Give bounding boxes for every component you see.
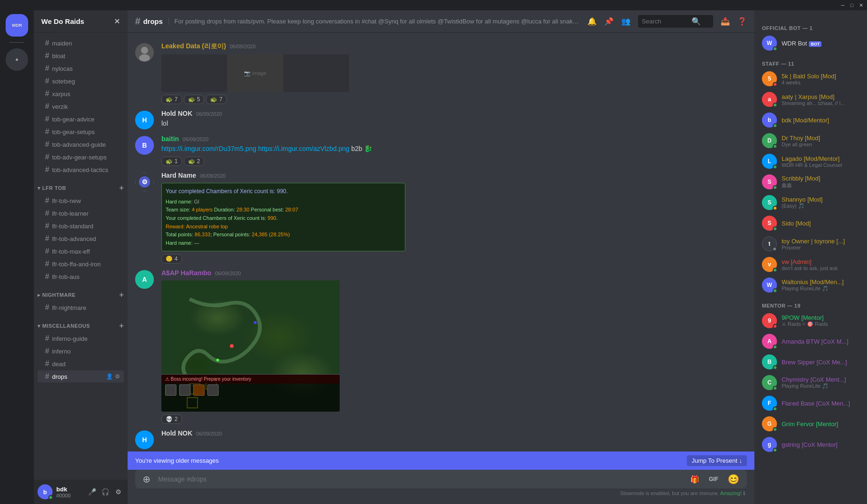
member-info: Lagado [Mod/Mentor] WDR HR & Legal Couns… <box>782 155 842 168</box>
category-miscellaneous[interactable]: ▾ MISCELLANEOUS + <box>34 314 128 332</box>
member-item-gstring[interactable]: g gstring [CoX Mentor] <box>758 434 863 455</box>
member-item-aaty[interactable]: a aaty | Xarpus [Mod] Streaming ah... tz… <box>758 89 863 110</box>
inbox-icon[interactable]: 📥 <box>721 17 730 26</box>
reactions[interactable]: 🙂4 <box>161 254 747 263</box>
member-name: Amanda BTW [CoX M...] <box>782 338 848 345</box>
message-input[interactable] <box>158 470 683 488</box>
add-attachment-icon[interactable]: ⊕ <box>139 470 154 489</box>
channel-item-sotetseg[interactable]: # sotetseg <box>38 75 124 87</box>
emoji-icon[interactable]: 😊 <box>724 470 743 489</box>
member-item-vw[interactable]: v vw [Admin] don't ask to ask, just ask <box>758 254 863 275</box>
member-item-bdk[interactable]: b bdk [Mod/Mentor] <box>758 110 863 130</box>
member-item-amanda[interactable]: A Amanda BTW [CoX M...] <box>758 331 863 352</box>
reactions[interactable]: 💀2 <box>161 414 747 424</box>
settings-button[interactable]: ⚙ <box>113 486 124 497</box>
channel-item-verzik[interactable]: # verzik <box>38 100 124 113</box>
channel-item-lfr-nightmare[interactable]: # lfr-nightmare <box>38 301 124 314</box>
member-info: WDR BotBOT <box>782 40 821 47</box>
add-channel-icon[interactable]: + <box>119 322 124 330</box>
add-channel-icon[interactable]: + <box>119 184 124 192</box>
member-item-9pow[interactable]: 9 9POW [Mentor] ⚔ Raids = 🎯 Raids <box>758 310 863 331</box>
channel-item-lfr-tob-new[interactable]: # lfr-tob-new <box>38 195 124 207</box>
reaction[interactable]: 🐢7 <box>161 95 182 104</box>
reaction[interactable]: 💀2 <box>161 414 182 424</box>
member-item-shannyo[interactable]: S Shannyo [Mod] (Easy) 🎵 <box>758 192 863 213</box>
messages-area[interactable]: Leaked Data (리로이) 06/09/2020 📷 image 🐢7 … <box>128 33 754 451</box>
reaction[interactable]: 🙂4 <box>161 254 182 263</box>
member-item-grim-fervor[interactable]: G Grim Fervor [Mentor] <box>758 414 863 434</box>
user-icon[interactable]: 👤 <box>106 373 113 380</box>
category-lfr-tob[interactable]: ▾ LFR TOB + <box>34 176 128 194</box>
channel-item-tob-advanced-tactics[interactable]: # tob-advanced-tactics <box>38 164 124 176</box>
reaction[interactable]: 🐢1 <box>161 157 182 166</box>
channel-item-lfr-tob-advanced[interactable]: # lfr-tob-advanced <box>38 233 124 245</box>
channel-item-tob-gear-setups[interactable]: # tob-gear-setups <box>38 126 124 138</box>
member-item-bald-solo[interactable]: 5 5k | Bald Solo [Mod] 4 weeks <box>758 68 863 89</box>
member-info: Brew Sipper [CoX Me...] <box>782 359 847 366</box>
avatar: b <box>762 113 777 128</box>
deafen-button[interactable]: 🎧 <box>99 486 111 497</box>
channel-item-drops[interactable]: # drops 👤 ⚙ <box>38 370 124 383</box>
mute-button[interactable]: 🎤 <box>86 486 98 497</box>
channel-item-tob-adv-gear-setups[interactable]: # tob-adv-gear-setups <box>38 151 124 163</box>
member-item-waltonius[interactable]: W Waltonius [Mod/Men...] Playing RuneLit… <box>758 275 863 295</box>
channel-item-bloat[interactable]: # bloat <box>38 50 124 62</box>
avatar: S <box>762 216 777 231</box>
reactions[interactable]: 🐢1 🐢2 <box>161 157 747 166</box>
message-link[interactable]: https://i.imgur.com/azVlzbd.png <box>258 145 350 152</box>
channel-item-lfr-tob-ffa-and-iron[interactable]: # lfr-tob-ffa-and-iron <box>38 258 124 270</box>
member-item-brew-sipper[interactable]: B Brew Sipper [CoX Me...] <box>758 352 863 372</box>
hash-icon: # <box>45 77 49 85</box>
maximize-button[interactable]: □ <box>850 2 853 8</box>
minimize-button[interactable]: ─ <box>841 2 845 8</box>
reaction[interactable]: 🐢5 <box>184 95 205 104</box>
search-bar[interactable]: 🔍 <box>638 15 713 28</box>
reaction[interactable]: 🐢7 <box>206 95 227 104</box>
avatar: H <box>135 111 154 129</box>
member-item-flared-base[interactable]: F Flared Base [CoX Men...] <box>758 393 863 414</box>
reactions[interactable]: 🐢7 🐢5 🐢7 <box>161 95 747 104</box>
channel-item-inferno-guide[interactable]: # inferno-guide <box>38 332 124 345</box>
member-item-lagado[interactable]: L Lagado [Mod/Mentor] WDR HR & Legal Cou… <box>758 151 863 172</box>
search-input[interactable] <box>642 18 689 25</box>
member-item-chymistry[interactable]: C Chymistry [CoX Ment...] Playing RuneLi… <box>758 372 863 393</box>
channel-item-lfr-tob-standard[interactable]: # lfr-tob-standard <box>38 220 124 232</box>
channel-item-tob-advanced-guide[interactable]: # tob-advanced-guide <box>38 138 124 150</box>
channel-item-nylocas[interactable]: # nylocas <box>38 62 124 75</box>
member-item-dr-thoy[interactable]: D Dr Thoy [Mod] Dye all green <box>758 130 863 151</box>
server-icon-1[interactable]: + <box>6 48 28 71</box>
member-name: Dr Thoy [Mod] <box>782 135 820 142</box>
server-icon-we-do-raids[interactable]: WDR <box>6 14 28 37</box>
settings-icon[interactable]: ⚙ <box>115 373 120 380</box>
channel-item-maiden[interactable]: # maiden <box>38 37 124 49</box>
channel-item-lfr-tob-max-eff[interactable]: # lfr-tob-max-eff <box>38 245 124 257</box>
server-header[interactable]: We Do Raids ✕ <box>34 10 128 33</box>
channel-item-inferno[interactable]: # inferno <box>38 345 124 357</box>
close-button[interactable]: ✕ <box>859 2 863 8</box>
member-item-sido[interactable]: S Sido [Mod] <box>758 213 863 233</box>
channel-name-text: drops <box>143 17 163 25</box>
member-item-toy-owner[interactable]: t toy Owner | toyrone [...] Prisoner <box>758 233 863 254</box>
notification-bell-icon[interactable]: 🔔 <box>587 17 597 26</box>
channel-item-tob-gear-advice[interactable]: # tob-gear-advice <box>38 113 124 125</box>
jump-to-present-button[interactable]: Jump To Present ↓ <box>687 455 747 466</box>
gif-icon[interactable]: GIF <box>705 472 722 486</box>
channel-label: tob-gear-setups <box>52 128 95 135</box>
member-item-scribbly[interactable]: S Scribbly [Mod] 鑫鑫 <box>758 172 863 192</box>
member-item-wdr-bot[interactable]: W WDR BotBOT <box>758 33 863 53</box>
channel-item-lfr-tob-aus[interactable]: # lfr-tob-aus <box>38 271 124 283</box>
reaction[interactable]: 🐢2 <box>184 157 205 166</box>
avatar: B <box>762 354 777 369</box>
pin-icon[interactable]: 📌 <box>604 17 614 26</box>
gift-icon[interactable]: 🎁 <box>686 471 703 488</box>
category-nightmare[interactable]: ▸ NIGHTMARE + <box>34 283 128 301</box>
channel-item-dead[interactable]: # dead <box>38 358 124 370</box>
channel-label: lfr-tob-max-eff <box>52 248 90 255</box>
channel-item-xarpus[interactable]: # xarpus <box>38 88 124 100</box>
members-icon[interactable]: 👥 <box>621 17 631 26</box>
message-timestamp: 06/09/2020 <box>200 173 226 179</box>
help-icon[interactable]: ❓ <box>738 17 747 26</box>
channel-item-lfr-tob-learner[interactable]: # lfr-tob-learner <box>38 207 124 219</box>
add-channel-icon[interactable]: + <box>119 291 124 299</box>
message-link[interactable]: https://i.imgur.com/rDu37m5.png <box>161 145 256 152</box>
